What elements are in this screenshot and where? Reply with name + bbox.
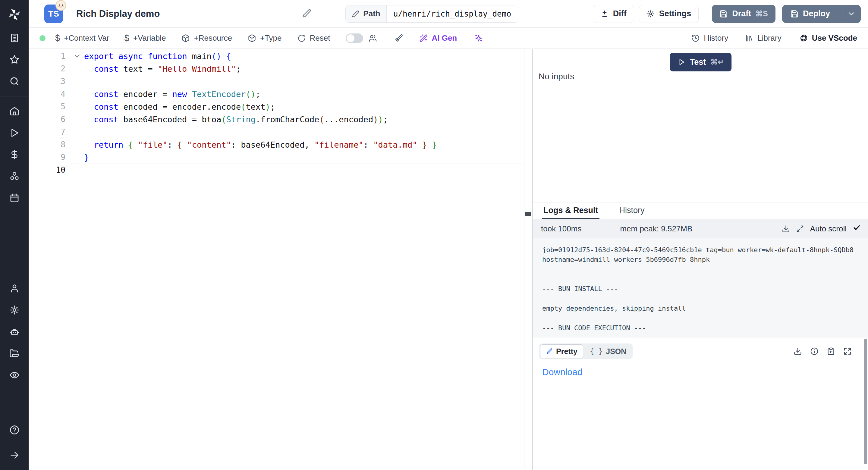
code-text: }: [84, 153, 89, 162]
audit-eye-icon[interactable]: [0, 366, 29, 384]
package-icon: [248, 34, 256, 42]
variables-dollar-icon[interactable]: [0, 145, 29, 164]
fold-chevron-icon[interactable]: [70, 52, 84, 60]
home-icon[interactable]: [0, 102, 29, 121]
typescript-badge: TS: [44, 4, 63, 23]
result-scrollbar[interactable]: [864, 339, 867, 464]
save-icon: [719, 10, 728, 18]
line-number: 10: [29, 165, 70, 175]
code-line-8[interactable]: 8 return { "file": { "content": base64En…: [29, 138, 532, 151]
library-button[interactable]: Library: [745, 33, 781, 43]
line-number: 3: [29, 77, 70, 86]
job-logs[interactable]: job=01912d75-163d-8204-47c9-5469c516cb1e…: [533, 238, 868, 338]
line-number: 1: [29, 52, 70, 61]
toggle-knob: [347, 34, 354, 42]
settings-gear-icon[interactable]: [0, 301, 29, 319]
code-text: const encoder = new TextEncoder();: [84, 90, 260, 99]
tab-history[interactable]: History: [618, 202, 646, 219]
test-run-button[interactable]: Test ⌘↵: [670, 53, 732, 71]
history-button[interactable]: History: [691, 33, 728, 43]
expand-logs-icon[interactable]: [796, 225, 804, 233]
dollar-icon: $: [55, 33, 60, 43]
format-brush-icon[interactable]: [395, 34, 403, 42]
ai-sparkles-icon[interactable]: [474, 34, 483, 42]
diff-button[interactable]: Diff: [593, 5, 634, 23]
page-title: Rich Display demo: [76, 8, 160, 19]
clipboard-copy-icon[interactable]: [827, 347, 835, 355]
package-icon: [181, 34, 190, 42]
code-line-1[interactable]: 1export async function main() {: [29, 50, 532, 62]
code-line-3[interactable]: 3: [29, 75, 532, 88]
folders-icon[interactable]: [0, 344, 29, 363]
reset-button[interactable]: Reset: [298, 33, 330, 43]
user-icon[interactable]: [0, 279, 29, 298]
run-meta-bar: took 100ms mem peak: 9.527MB Auto scroll: [533, 219, 868, 238]
path-field[interactable]: Path u/henri/rich_display_demo: [345, 5, 518, 23]
settings-button[interactable]: Settings: [639, 5, 699, 23]
code-editor[interactable]: 1export async function main() {2 const t…: [29, 49, 532, 470]
paintbrush-icon: [395, 34, 403, 42]
draft-button[interactable]: Draft ⌘S: [712, 5, 775, 23]
pretty-view-button[interactable]: Pretty: [540, 344, 583, 358]
add-context-var-button[interactable]: $ +Context Var: [55, 33, 110, 43]
windmill-logo-icon[interactable]: [0, 0, 29, 29]
code-line-2[interactable]: 2 const text = "Hello Windmill";: [29, 62, 532, 75]
ai-gen-button[interactable]: AI Gen: [419, 33, 457, 43]
workers-bot-icon[interactable]: [0, 322, 29, 341]
download-result-icon[interactable]: [794, 347, 802, 355]
code-text: export async function main() {: [84, 52, 231, 61]
line-number: 4: [29, 90, 70, 98]
expand-sidebar-arrow-icon[interactable]: [0, 446, 29, 465]
inputs-section: Test ⌘↵ No inputs: [533, 49, 868, 202]
workspace-building-icon[interactable]: [0, 29, 29, 47]
add-resource-button[interactable]: +Resource: [181, 33, 232, 43]
json-view-button[interactable]: { } JSON: [584, 344, 632, 358]
no-inputs-label: No inputs: [538, 72, 574, 81]
code-line-4[interactable]: 4 const encoder = new TextEncoder();: [29, 88, 532, 100]
add-variable-button[interactable]: $ +Variable: [124, 33, 166, 43]
tab-logs-and-result[interactable]: Logs & Result: [542, 202, 599, 219]
line-number: 8: [29, 140, 70, 149]
use-vscode-button[interactable]: Use VScode: [800, 33, 857, 43]
pencil-icon: [352, 10, 360, 18]
edit-summary-pencil-icon[interactable]: [302, 8, 312, 19]
collaboration-users-icon[interactable]: [369, 34, 377, 42]
deploy-button[interactable]: Deploy: [782, 5, 861, 23]
runs-play-icon[interactable]: [0, 124, 29, 142]
download-logs-icon[interactable]: [782, 225, 790, 233]
add-type-button[interactable]: +Type: [248, 33, 282, 43]
code-line-9[interactable]: 9}: [29, 151, 532, 164]
windmill-script-editor: TS Rich Display demo Path u/henri/rich_d…: [0, 0, 868, 470]
gear-icon: [647, 10, 655, 18]
maximize-result-icon[interactable]: [843, 347, 852, 355]
diff-icon: [600, 10, 609, 18]
line-number: 5: [29, 102, 70, 111]
search-icon[interactable]: [0, 72, 29, 91]
editor-toolbar: $ +Context Var $ +Variable +Resource +Ty…: [29, 28, 868, 49]
help-icon[interactable]: [0, 420, 29, 439]
result-view-switch: Pretty { } JSON: [539, 343, 632, 359]
code-line-7[interactable]: 7: [29, 126, 532, 138]
diff-mode-toggle[interactable]: [346, 33, 363, 43]
autoscroll-checkmark-icon[interactable]: [852, 224, 861, 234]
code-line-5[interactable]: 5 const encoded = encoder.encode(text);: [29, 100, 532, 113]
bun-runtime-icon: [55, 0, 67, 11]
pen-icon: [546, 348, 553, 355]
path-label: Path: [346, 5, 386, 22]
run-duration: took 100ms: [541, 224, 581, 233]
code-text: return { "file": { "content": base64Enco…: [84, 140, 437, 150]
deploy-dropdown-chevron[interactable]: [842, 5, 861, 23]
resources-boxes-icon[interactable]: [0, 167, 29, 186]
line-number: 6: [29, 115, 70, 124]
autoscroll-label[interactable]: Auto scroll: [810, 224, 846, 233]
vscode-cat-icon: [800, 34, 808, 42]
schedules-calendar-icon[interactable]: [0, 189, 29, 207]
path-value: u/henri/rich_display_demo: [387, 5, 518, 22]
library-icon: [745, 34, 753, 42]
favorites-star-icon[interactable]: [0, 50, 29, 69]
result-section: Pretty { } JSON: [533, 338, 868, 470]
info-icon[interactable]: [810, 347, 818, 355]
code-line-10[interactable]: 10: [29, 164, 532, 176]
code-line-6[interactable]: 6 const base64Encoded = btoa(String.from…: [29, 113, 532, 126]
download-result-link[interactable]: Download: [542, 367, 582, 377]
